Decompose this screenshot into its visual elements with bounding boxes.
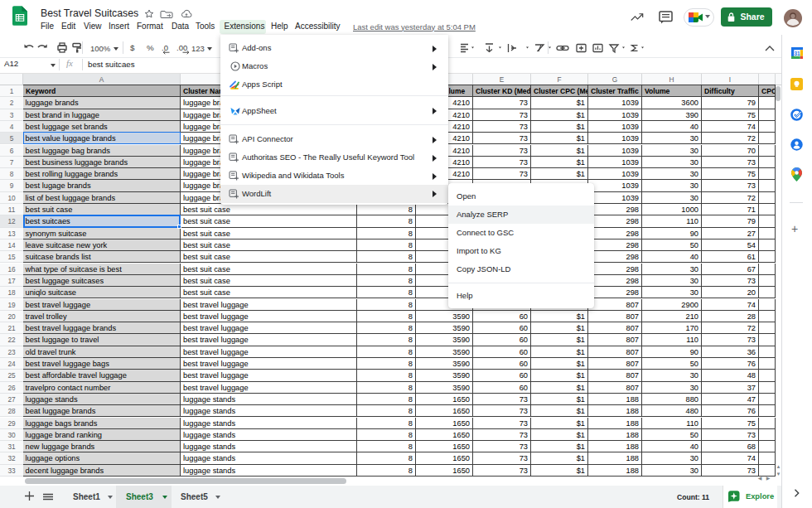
svg-text:31: 31: [794, 51, 800, 56]
